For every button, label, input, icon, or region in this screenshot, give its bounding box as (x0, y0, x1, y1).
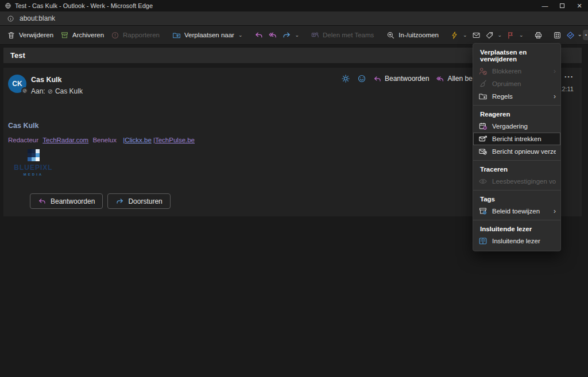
ribbon-toolbar: Verwijderen Archiveren Rapporteren Verpl… (0, 26, 588, 45)
forward-footer-button[interactable]: Doorsturen (107, 193, 170, 209)
immersive-reader-icon (478, 236, 488, 246)
menu-item-bericht-intrekken[interactable]: Bericht intrekken (473, 133, 560, 145)
ribbon-collapse-chevron-icon[interactable]: ⌄ (578, 31, 582, 37)
more-horizontal-icon: ··· (585, 32, 588, 38)
reply-all-arrow-icon (268, 30, 277, 40)
apps-grid-icon (553, 31, 562, 40)
menu-item-beleid-toewijzen[interactable]: Beleid toewijzen › (473, 205, 560, 217)
folder-move-icon (172, 31, 181, 40)
bluepixl-logo: BLUEPIXL MEDIA (8, 149, 59, 176)
lightning-icon (450, 31, 459, 40)
teams-icon (311, 31, 319, 40)
sender-block: Cas Kulk Aan: ⊘ Cas Kulk (31, 75, 83, 95)
report-label: Rapporteren (123, 32, 160, 38)
categorize-button[interactable]: ⌄ (483, 29, 505, 42)
print-button[interactable] (532, 29, 545, 42)
recipient-status-icon: ⊘ (48, 88, 53, 95)
archive-icon (60, 31, 69, 40)
menu-item-label: Bericht intrekken (492, 135, 556, 142)
avatar[interactable]: CK ⊘ (8, 75, 26, 93)
divider (473, 105, 560, 106)
menu-item-label: Leesbevestigingen volgen (492, 178, 556, 185)
signature-role: Redacteur (8, 137, 38, 143)
more-options-button[interactable]: ··· (583, 30, 588, 40)
menu-item-regels[interactable]: Regels › (473, 90, 560, 103)
maximize-button[interactable] (554, 0, 571, 11)
page-info-icon[interactable] (7, 15, 14, 22)
close-button[interactable]: ✕ (571, 0, 588, 11)
techradar-link[interactable]: TechRadar.com (42, 137, 88, 143)
reply-arrow-icon (373, 75, 382, 83)
window-titlebar: Test - Cas Kulk - Outlook - Werk - Micro… (0, 0, 588, 11)
resend-message-icon (478, 147, 488, 156)
menu-item-insluitende-lezer[interactable]: Insluitende lezer (473, 235, 560, 247)
share-teams-label: Delen met Teams (323, 32, 374, 38)
divider (473, 220, 560, 220)
apps-button[interactable] (551, 29, 564, 42)
more-options-menu: Verplaatsen en verwijderen Blokkeren › O… (473, 43, 561, 251)
reaction-smiley-icon[interactable] (357, 74, 366, 83)
chevron-down-icon: ⌄ (238, 33, 243, 38)
diamond-check-icon (566, 31, 575, 40)
submenu-chevron-icon: › (554, 208, 556, 215)
menu-item-vergadering[interactable]: Vergadering (473, 120, 560, 133)
addin-button[interactable] (564, 29, 577, 42)
techpulse-link[interactable]: |TechPulse.be (153, 137, 195, 143)
submenu-chevron-icon: › (554, 68, 556, 75)
globe-icon (5, 2, 11, 9)
trash-icon (7, 31, 16, 40)
recipient-name[interactable]: Cas Kulk (55, 87, 83, 95)
zoom-label: In-/uitzoomen (399, 32, 439, 38)
forward-arrow-icon (115, 197, 124, 205)
reply-all-arrow-icon (436, 75, 444, 83)
menu-item-label: Bericht opnieuw verzenden (492, 148, 556, 155)
divider (473, 190, 560, 191)
url-text: about:blank (20, 14, 55, 22)
flag-button[interactable]: ⌄ (504, 29, 526, 42)
tag-icon (485, 31, 494, 40)
forward-arrow-icon (282, 30, 291, 40)
menu-item-label: Blokkeren (492, 68, 549, 75)
envelope-icon (472, 31, 481, 40)
reply-footer-button[interactable]: Beantwoorden (30, 193, 103, 209)
flag-icon (506, 31, 515, 40)
move-to-button[interactable]: Verplaatsen naar ⌄ (169, 29, 246, 42)
reply-footer-label: Beantwoorden (51, 197, 95, 205)
subject-title: Test (10, 51, 25, 60)
menu-section-header: Verplaatsen en verwijderen (473, 46, 560, 65)
menu-item-label: Regels (492, 93, 549, 100)
window-controls: — ✕ (536, 0, 588, 11)
delete-button[interactable]: Verwijderen (3, 29, 57, 42)
move-to-label: Verplaatsen naar (184, 32, 234, 38)
menu-section-header: Traceren (473, 163, 560, 175)
sun-light-mode-icon[interactable] (341, 74, 350, 83)
chevron-down-icon: ⌄ (463, 33, 467, 38)
menu-item-bericht-opnieuw-verzenden[interactable]: Bericht opnieuw verzenden (473, 145, 560, 158)
archive-button[interactable]: Archiveren (57, 29, 107, 42)
reply-arrow-icon (254, 30, 264, 40)
minimize-button[interactable]: — (536, 0, 554, 11)
to-label: Aan: (31, 87, 45, 95)
quick-steps-button[interactable]: ⌄ (448, 29, 470, 42)
menu-item-label: Beleid toewijzen (492, 208, 549, 215)
reply-all-button[interactable] (266, 28, 280, 42)
sender-name[interactable]: Cas Kulk (31, 76, 83, 84)
zoom-button[interactable]: In-/uitzoomen (383, 29, 442, 42)
forward-footer-label: Doorsturen (128, 197, 162, 205)
report-warning-icon (111, 31, 119, 40)
signature-region: Benelux (92, 137, 117, 143)
menu-item-leesbevestigingen-volgen: Leesbevestigingen volgen (473, 175, 560, 188)
forward-button[interactable]: ⌄ (280, 28, 302, 42)
reply-button[interactable] (252, 28, 266, 42)
recipient-line: Aan: ⊘ Cas Kulk (31, 87, 83, 95)
read-unread-button[interactable] (470, 29, 483, 42)
clickx-link[interactable]: |Clickx.be (123, 137, 152, 143)
menu-item-opruimen: Opruimen (473, 77, 560, 90)
avatar-initials: CK (12, 80, 22, 88)
chevron-down-icon: ⌄ (295, 33, 300, 38)
read-receipt-eye-icon (478, 177, 488, 186)
recall-message-icon (478, 134, 488, 143)
address-bar[interactable]: about:blank (0, 11, 588, 26)
reply-action[interactable]: Beantwoorden (373, 75, 429, 83)
assign-policy-icon (478, 207, 488, 216)
